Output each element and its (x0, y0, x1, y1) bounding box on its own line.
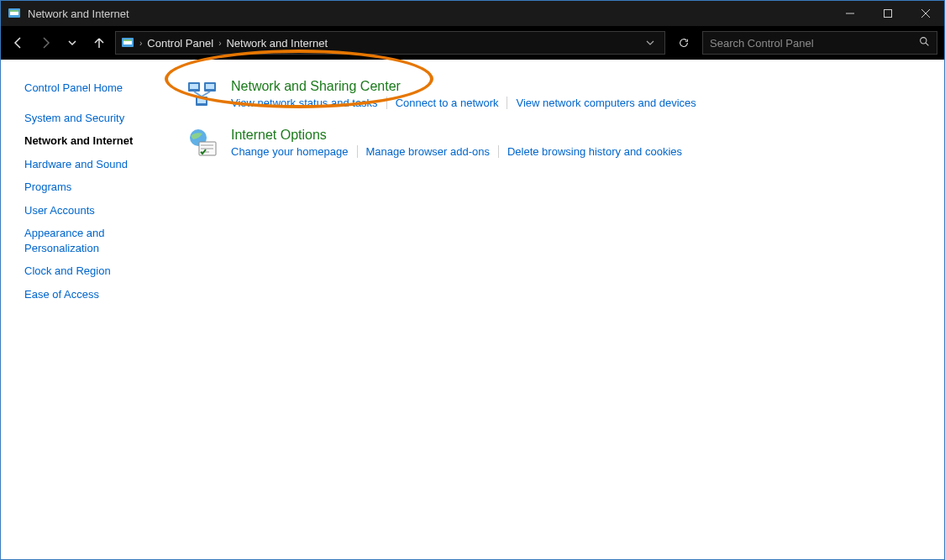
link-view-network-status[interactable]: View network status and tasks (231, 97, 387, 109)
svg-rect-13 (190, 84, 198, 89)
sidebar: Control Panel Home System and Security N… (1, 60, 169, 560)
svg-point-10 (921, 38, 927, 44)
content-area: Control Panel Home System and Security N… (1, 60, 944, 560)
sidebar-item-clock-and-region[interactable]: Clock and Region (24, 259, 160, 283)
category-title-internet-options[interactable]: Internet Options (231, 128, 327, 142)
breadcrumb-root[interactable]: Control Panel (147, 37, 213, 50)
chevron-right-icon[interactable]: › (218, 39, 221, 48)
control-panel-icon (121, 36, 134, 50)
sidebar-item-user-accounts[interactable]: User Accounts (24, 199, 160, 222)
svg-rect-2 (10, 10, 18, 12)
control-panel-icon (8, 7, 21, 20)
category-title-network-sharing-center[interactable]: Network and Sharing Center (231, 79, 401, 93)
back-button[interactable] (8, 31, 29, 55)
svg-rect-15 (206, 84, 214, 89)
category-network-sharing-center: Network and Sharing Center View network … (186, 78, 927, 112)
sidebar-item-hardware-and-sound[interactable]: Hardware and Sound (24, 153, 160, 176)
minimize-button[interactable] (831, 1, 869, 26)
maximize-button[interactable] (869, 1, 906, 26)
close-button[interactable] (906, 1, 944, 26)
window-controls (831, 1, 944, 26)
address-dropdown-button[interactable] (641, 37, 659, 50)
internet-options-icon (186, 127, 219, 160)
sidebar-item-programs[interactable]: Programs (24, 175, 160, 199)
svg-rect-4 (884, 10, 891, 18)
link-connect-to-network[interactable]: Connect to a network (387, 97, 508, 109)
svg-line-11 (926, 43, 928, 45)
recent-locations-button[interactable] (61, 31, 83, 55)
network-sharing-center-icon (186, 78, 219, 112)
svg-line-18 (194, 92, 202, 97)
link-manage-browser-addons[interactable]: Manage browser add-ons (358, 145, 499, 158)
sidebar-item-network-and-internet[interactable]: Network and Internet (24, 129, 160, 153)
refresh-button[interactable] (670, 31, 697, 55)
sidebar-item-system-and-security[interactable]: System and Security (24, 107, 160, 130)
sidebar-item-appearance-and-personalization[interactable]: Appearance and Personalization (24, 222, 160, 259)
svg-rect-17 (197, 98, 206, 103)
link-delete-browsing-history[interactable]: Delete browsing history and cookies (499, 145, 690, 158)
search-bar[interactable] (702, 31, 937, 55)
forward-button[interactable] (34, 31, 56, 55)
up-button[interactable] (88, 31, 110, 55)
address-bar[interactable]: › Control Panel › Network and Internet (115, 31, 665, 55)
link-change-homepage[interactable]: Change your homepage (231, 145, 358, 158)
category-internet-options: Internet Options Change your homepage Ma… (186, 127, 927, 160)
link-view-network-computers[interactable]: View network computers and devices (507, 97, 704, 109)
window-title: Network and Internet (28, 8, 129, 20)
titlebar: Network and Internet (1, 1, 944, 26)
main-panel: Network and Sharing Center View network … (169, 60, 944, 560)
search-icon[interactable] (919, 36, 930, 50)
navigation-bar: › Control Panel › Network and Internet (1, 26, 944, 60)
breadcrumb-current[interactable]: Network and Internet (226, 37, 328, 50)
chevron-right-icon[interactable]: › (139, 39, 142, 48)
svg-rect-9 (123, 39, 132, 41)
sidebar-home[interactable]: Control Panel Home (24, 76, 160, 100)
svg-line-19 (202, 92, 210, 97)
search-input[interactable] (710, 37, 919, 50)
sidebar-item-ease-of-access[interactable]: Ease of Access (24, 283, 160, 306)
